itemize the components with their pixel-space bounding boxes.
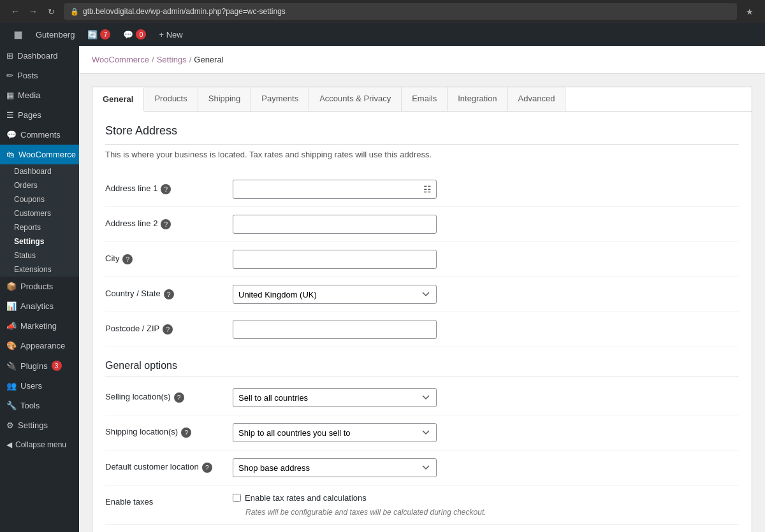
address1-input[interactable]: [233, 180, 437, 199]
help-icon-shipping[interactable]: ?: [181, 428, 191, 438]
postcode-input[interactable]: [233, 320, 437, 339]
country-select[interactable]: United Kingdom (UK) United States German…: [233, 285, 437, 304]
submenu-item-wc-status[interactable]: Status: [10, 248, 79, 262]
url-text: gtb.belovdigital.dev/wp-admin/admin.php?…: [83, 7, 286, 16]
field-shipping-locations: Ship to all countries you sell to Ship t…: [233, 423, 739, 442]
city-input[interactable]: [233, 250, 437, 269]
form-row-enable-taxes: Enable taxes Enable tax rates and calcul…: [105, 485, 739, 525]
address-bar[interactable]: 🔒 gtb.belovdigital.dev/wp-admin/admin.ph…: [64, 3, 737, 20]
sidebar-item-analytics[interactable]: 📊 Analytics: [0, 296, 79, 316]
new-item-label: + New: [159, 30, 182, 40]
tab-emails[interactable]: Emails: [402, 87, 448, 111]
back-button[interactable]: ←: [8, 4, 23, 19]
submenu-item-wc-dashboard[interactable]: Dashboard: [10, 164, 79, 178]
field-city: [233, 250, 739, 269]
sidebar-item-posts[interactable]: ✏ Posts: [0, 66, 79, 85]
bookmark-button[interactable]: ★: [742, 4, 757, 19]
sidebar-item-label: Plugins: [20, 361, 48, 371]
submenu-item-wc-coupons[interactable]: Coupons: [10, 192, 79, 206]
field-country: United Kingdom (UK) United States German…: [233, 285, 739, 304]
field-default-location: Shop base address Geolocate Geolocate (w…: [233, 458, 739, 477]
breadcrumb-area: WooCommerce / Settings / General: [79, 46, 765, 74]
sidebar-item-dashboard[interactable]: ⊞ Dashboard: [0, 46, 79, 66]
label-city: City ?: [105, 250, 233, 264]
plugins-badge: 3: [52, 361, 62, 371]
sidebar-item-settings[interactable]: ⚙ Settings: [0, 415, 79, 435]
label-default-location: Default customer location ?: [105, 458, 233, 473]
breadcrumb-current: General: [194, 55, 223, 64]
enable-taxes-label[interactable]: Enable tax rates and calculations: [233, 493, 739, 503]
submenu-item-wc-extensions[interactable]: Extensions: [10, 262, 79, 277]
sidebar-item-pages[interactable]: ☰ Pages: [0, 105, 79, 125]
submenu-item-wc-reports[interactable]: Reports: [10, 220, 79, 234]
breadcrumb-woocommerce[interactable]: WooCommerce: [92, 55, 149, 64]
wp-admin-bar: ◼ Gutenberg 🔄 7 💬 0 + New: [0, 23, 765, 46]
admin-bar-site[interactable]: Gutenberg: [29, 23, 81, 46]
reload-button[interactable]: ↻: [43, 4, 59, 19]
comments-menu-icon: 💬: [6, 130, 17, 140]
address2-input[interactable]: [233, 215, 437, 234]
settings-container: General Products Shipping Payments Accou…: [79, 74, 765, 532]
pages-icon: ☰: [6, 110, 14, 120]
tab-accounts-privacy[interactable]: Accounts & Privacy: [309, 87, 402, 111]
updates-badge: 7: [100, 29, 110, 40]
help-icon-postcode[interactable]: ?: [163, 324, 173, 334]
admin-bar-updates[interactable]: 🔄 7: [81, 23, 117, 46]
tab-advanced[interactable]: Advanced: [508, 87, 566, 111]
tab-payments[interactable]: Payments: [251, 87, 309, 111]
breadcrumb-settings[interactable]: Settings: [157, 55, 187, 64]
help-icon-country[interactable]: ?: [164, 289, 174, 299]
default-location-select[interactable]: Shop base address Geolocate Geolocate (w…: [233, 458, 437, 477]
field-enable-taxes: Enable tax rates and calculations Rates …: [233, 493, 739, 517]
forward-button[interactable]: →: [26, 4, 41, 19]
sidebar-item-media[interactable]: ▦ Media: [0, 85, 79, 105]
sidebar-item-tools[interactable]: 🔧 Tools: [0, 396, 79, 415]
sidebar-item-label: Settings: [18, 421, 48, 430]
users-icon: 👥: [6, 381, 17, 391]
admin-bar-comments[interactable]: 💬 0: [117, 23, 152, 46]
sidebar-item-comments[interactable]: 💬 Comments: [0, 125, 79, 145]
sidebar-item-label: Users: [20, 381, 42, 391]
admin-bar-new[interactable]: + New: [152, 23, 189, 46]
sidebar: ⊞ Dashboard ✏ Posts ▦ Media ☰ Page: [0, 46, 79, 532]
tab-shipping[interactable]: Shipping: [198, 87, 252, 111]
sidebar-item-marketing[interactable]: 📣 Marketing: [0, 316, 79, 336]
sidebar-item-woocommerce[interactable]: 🛍 WooCommerce: [0, 145, 79, 164]
submenu-item-wc-orders[interactable]: Orders: [10, 178, 79, 192]
sidebar-item-users[interactable]: 👥 Users: [0, 376, 79, 396]
plugins-icon: 🔌: [6, 361, 17, 371]
help-icon-city[interactable]: ?: [122, 254, 133, 264]
sidebar-item-plugins[interactable]: 🔌 Plugins 3: [0, 356, 79, 376]
help-icon-address1[interactable]: ?: [161, 184, 171, 194]
media-icon: ▦: [6, 90, 14, 100]
sidebar-item-label: Comments: [20, 130, 61, 140]
wp-logo-icon[interactable]: ◼: [6, 23, 29, 46]
shipping-locations-select[interactable]: Ship to all countries you sell to Ship t…: [233, 423, 437, 442]
sidebar-item-label: Analytics: [20, 301, 54, 311]
label-address2: Address line 2 ?: [105, 215, 233, 229]
submenu-item-wc-customers[interactable]: Customers: [10, 206, 79, 220]
sidebar-item-label: WooCommerce: [18, 150, 76, 159]
woocommerce-icon: 🛍: [6, 150, 15, 159]
help-icon-default-location[interactable]: ?: [202, 463, 212, 473]
form-row-postcode: Postcode / ZIP ?: [105, 312, 739, 347]
sidebar-item-appearance[interactable]: 🎨 Appearance: [0, 336, 79, 356]
tab-general[interactable]: General: [92, 88, 144, 111]
selling-locations-select[interactable]: Sell to all countries Sell to specific c…: [233, 388, 437, 407]
sidebar-item-label: Dashboard: [17, 51, 58, 61]
tools-icon: 🔧: [6, 401, 17, 410]
enable-taxes-checkbox[interactable]: [233, 494, 241, 502]
sidebar-item-products[interactable]: 📦 Products: [0, 277, 79, 296]
form-row-selling-locations: Selling location(s) ? Sell to all countr…: [105, 380, 739, 415]
tab-integration[interactable]: Integration: [448, 87, 507, 111]
marketing-icon: 📣: [6, 321, 17, 331]
label-enable-taxes: Enable taxes: [105, 493, 233, 507]
sidebar-item-label: Tools: [20, 401, 40, 410]
submenu-item-wc-settings[interactable]: Settings: [10, 234, 79, 248]
tab-products[interactable]: Products: [144, 87, 198, 111]
browser-bar: ← → ↻ 🔒 gtb.belovdigital.dev/wp-admin/ad…: [0, 0, 765, 23]
help-icon-selling[interactable]: ?: [174, 392, 184, 403]
store-address-desc: This is where your business is located. …: [105, 150, 739, 159]
collapse-menu-button[interactable]: ◀ Collapse menu: [0, 435, 79, 454]
help-icon-address2[interactable]: ?: [161, 219, 171, 229]
